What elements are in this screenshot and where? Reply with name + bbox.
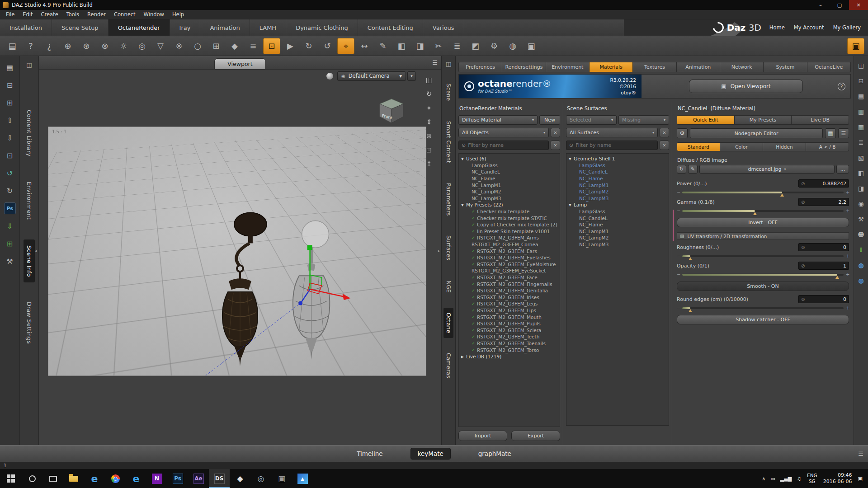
info-icon[interactable]: ◉ — [856, 199, 866, 209]
volume-icon[interactable]: ♫ — [797, 476, 801, 482]
spot-render-icon[interactable]: ⊡ — [263, 38, 280, 54]
language-indicator[interactable]: ENGSG — [807, 473, 817, 484]
menu-item[interactable]: Tools — [62, 10, 83, 19]
power-slider[interactable]: − + — [677, 190, 849, 195]
add-wearable-icon[interactable]: ⊗ — [96, 38, 113, 54]
menu-item[interactable]: Window — [140, 10, 168, 19]
animation-tab[interactable]: Timeline — [350, 448, 389, 459]
right-pane-tab[interactable]: Parameters — [443, 178, 453, 221]
activity-tab[interactable]: Scene Setup — [52, 19, 108, 36]
material-tree-row[interactable]: RSTGXT_M2_G3FEM_Toenails — [459, 340, 560, 347]
list-view-icon[interactable]: ☰ — [838, 128, 849, 138]
left-pane-tab[interactable]: Content Library — [24, 104, 35, 162]
pane-menu-icon[interactable]: ☰ — [432, 59, 438, 66]
material-tree-row[interactable]: NC_CandleL — [459, 169, 560, 175]
clear-icon[interactable]: ✕ — [660, 141, 669, 150]
pan-icon[interactable]: ⌖ — [424, 103, 434, 113]
new-material-button[interactable]: New — [539, 115, 560, 125]
workspace-rows-icon[interactable]: ▤ — [856, 91, 866, 101]
material-tree-row[interactable]: RSTGXT_M2_G3FEM_EyeSocket — [459, 267, 560, 274]
octane-tab[interactable]: Materials — [590, 62, 633, 72]
list-view-icon[interactable]: ≣ — [856, 137, 866, 147]
surface-tree-row[interactable]: ▼Lamp — [566, 202, 669, 208]
material-tree-row[interactable]: NC_LampM2 — [459, 188, 560, 195]
brand-link[interactable]: My Account — [794, 24, 824, 31]
add-null-icon[interactable]: ○ — [189, 38, 206, 54]
menu-item[interactable]: Connect — [110, 10, 140, 19]
material-tree-row[interactable]: RSTGXT_M2_G3FEM_Torso — [459, 347, 560, 353]
octane-tab[interactable]: OctaneLive — [807, 62, 851, 72]
octane-tab[interactable]: Animation — [677, 62, 720, 72]
uv-transform-bar[interactable]: ▨ UV transform / 2D transformation — [677, 232, 849, 240]
tools-icon[interactable]: ⚒ — [856, 214, 866, 224]
add-light-icon[interactable]: ☼ — [115, 38, 132, 54]
objects-filter-dropdown[interactable]: All Objects ▾ — [458, 128, 549, 137]
octane-render-icon[interactable]: ◍ — [504, 38, 521, 54]
surface-tree-row[interactable]: NC_LampM2 — [566, 235, 669, 241]
internet-explorer-icon[interactable]: e — [84, 469, 105, 488]
chrome-icon[interactable] — [105, 469, 126, 488]
camera-options-button[interactable]: ▾ — [407, 71, 416, 81]
material-tree-row[interactable]: RSTGXT_M2_G3FEM_Legs — [459, 300, 560, 307]
onenote-icon[interactable]: N — [146, 469, 167, 488]
material-tree-row[interactable]: RSTGXT_M2_G3FEM_Eyelashes — [459, 254, 560, 261]
opacity-slider[interactable]: − + — [677, 272, 849, 277]
octane-tab[interactable]: Rendersettings — [502, 62, 546, 72]
export-button[interactable]: Export — [511, 431, 560, 441]
activity-tab[interactable]: Animation — [200, 19, 250, 36]
clear-icon[interactable]: ✕ — [551, 141, 560, 150]
new-file-icon[interactable]: ▤ — [4, 61, 16, 73]
materials-filter[interactable]: ⊙ — [458, 141, 549, 150]
lamp-object-right[interactable] — [293, 221, 330, 359]
activity-tab[interactable]: Iray — [170, 19, 201, 36]
gamma-slider[interactable]: − + — [677, 208, 849, 213]
download-content-icon[interactable]: ⇓ — [4, 220, 16, 232]
invert-toggle-button[interactable]: Invert - OFF — [677, 218, 849, 227]
edit-mode-tab[interactable]: My Presets — [735, 115, 792, 125]
install-content-icon[interactable]: ⊞ — [4, 238, 16, 249]
property-view-tab[interactable]: Standard — [677, 142, 720, 151]
property-view-tab[interactable]: Color — [720, 142, 763, 151]
surface-tree-row[interactable]: NC_LampM2 — [566, 188, 669, 195]
material-tree-row[interactable]: NC_Flame — [459, 175, 560, 182]
redo-icon[interactable]: ↻ — [4, 185, 16, 197]
refresh-icon[interactable]: ↻ — [677, 165, 686, 174]
material-tree-row[interactable]: RSTGXT_M2_G3FEM_Face — [459, 274, 560, 281]
scale-tool-icon[interactable]: ↔ — [356, 38, 373, 54]
universal-tool-icon[interactable]: ⌖ — [337, 38, 354, 54]
add-distant-light-icon[interactable]: ※ — [170, 38, 188, 54]
activity-tab[interactable]: Various — [423, 19, 464, 36]
material-tree-row[interactable]: RSTGXT_M2_G3FEM_Genitalia — [459, 287, 560, 294]
animation-tab[interactable]: graphMate — [472, 448, 518, 459]
material-tree-row[interactable]: RSTGXT_M2_G3FEM_Lips — [459, 307, 560, 314]
add-spotlight-icon[interactable]: ▽ — [152, 38, 169, 54]
merge-file-icon[interactable]: ⊡ — [4, 150, 16, 161]
rotate-tool-icon[interactable]: ↻ — [300, 38, 317, 54]
add-primitive-icon[interactable]: ◆ — [226, 38, 243, 54]
round-edges-value-field[interactable]: ⊘ 0 — [798, 295, 849, 303]
world-globe-icon[interactable]: ◍ — [856, 276, 866, 286]
activity-tab[interactable]: OctaneRender — [108, 19, 170, 36]
people-icon[interactable]: ☻ — [856, 230, 866, 239]
align-icon[interactable]: ≡ — [245, 38, 262, 54]
surface-tree-row[interactable]: NC_LampM3 — [566, 195, 669, 202]
aim-icon[interactable]: ↥ — [424, 159, 434, 169]
property-view-tab[interactable]: Hidden — [763, 142, 806, 151]
surface-selection-tool-icon[interactable]: ◧ — [393, 38, 410, 54]
photoshop-icon[interactable]: Ps — [167, 469, 188, 488]
surface-tree-row[interactable]: NC_CandleL — [566, 215, 669, 221]
material-tree-row[interactable]: RSTGXT_M2_G3FEM_Cornea — [459, 241, 560, 248]
menu-item[interactable]: Help — [168, 10, 188, 19]
task-view-icon[interactable] — [42, 469, 63, 488]
pane-menu-icon[interactable]: ☰ — [858, 450, 863, 457]
diffuse-image-dropdown[interactable]: dmccandl.jpg ▾ — [699, 165, 835, 174]
measure-metrics-icon[interactable]: ≣ — [448, 38, 466, 54]
octanelive-icon[interactable]: ▣ — [847, 38, 864, 54]
surface-tree-row[interactable]: ▼Geometry Shell 1 — [566, 155, 669, 162]
clear-icon[interactable]: ✕ — [660, 128, 669, 137]
add-figure-icon[interactable]: ⊕ — [59, 38, 76, 54]
panel-splitter-handle[interactable]: ◂ — [33, 245, 38, 257]
octane-tab[interactable]: Preferences — [458, 62, 502, 72]
material-tree-row[interactable]: NC_LampM1 — [459, 182, 560, 188]
daz-studio-icon[interactable]: DS — [209, 469, 230, 488]
